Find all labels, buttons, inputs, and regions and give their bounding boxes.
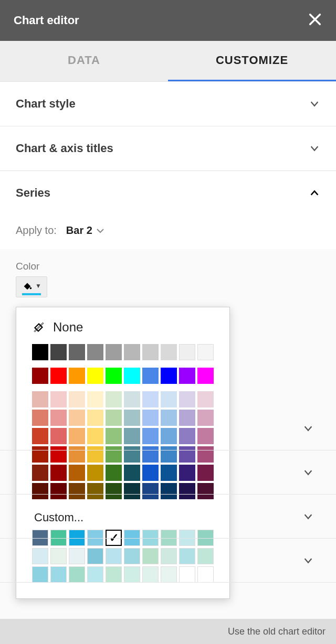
color-swatch[interactable] <box>87 368 103 384</box>
color-swatch[interactable] <box>50 391 67 407</box>
header-title: Chart editor <box>14 14 79 27</box>
section-collapsed[interactable] <box>0 450 336 495</box>
color-swatch[interactable] <box>142 344 159 360</box>
color-swatch[interactable] <box>142 368 159 384</box>
color-none-label: None <box>53 320 83 335</box>
color-swatch[interactable] <box>179 391 195 407</box>
apply-to-label: Apply to: <box>16 224 57 237</box>
color-label: Color <box>16 261 320 272</box>
grayscale-row <box>32 344 214 360</box>
chevron-down-icon <box>302 423 314 434</box>
old-editor-link[interactable]: Use the old chart editor <box>228 626 326 637</box>
paint-bucket-icon <box>22 280 33 292</box>
chevron-down-icon <box>309 98 320 110</box>
fill-color-button[interactable]: ▼ <box>16 276 47 297</box>
section-chart-style-label: Chart style <box>16 97 76 111</box>
tab-customize[interactable]: CUSTOMIZE <box>168 41 336 81</box>
color-swatch[interactable] <box>197 344 214 360</box>
tab-data[interactable]: DATA <box>0 41 168 81</box>
color-swatch[interactable] <box>124 368 140 384</box>
color-swatch[interactable] <box>50 344 67 360</box>
color-swatch[interactable] <box>161 368 177 384</box>
color-swatch[interactable] <box>197 368 214 384</box>
section-collapsed[interactable] <box>0 539 336 583</box>
tab-bar: DATA CUSTOMIZE <box>0 41 336 82</box>
footer: Use the old chart editor <box>0 619 336 644</box>
apply-to-dropdown[interactable]: Bar 2 <box>66 224 104 237</box>
color-swatch[interactable] <box>69 344 85 360</box>
color-swatch[interactable] <box>124 344 140 360</box>
color-swatch[interactable] <box>69 368 85 384</box>
chevron-down-icon <box>309 143 320 154</box>
color-swatch[interactable] <box>179 344 195 360</box>
color-swatch[interactable] <box>32 344 48 360</box>
section-collapsed[interactable] <box>0 495 336 539</box>
color-swatch[interactable] <box>106 391 122 407</box>
color-swatch[interactable] <box>50 368 67 384</box>
color-swatch[interactable] <box>87 391 103 407</box>
section-series: Series Apply to: Bar 2 <box>0 171 336 249</box>
color-swatch[interactable] <box>179 368 195 384</box>
chevron-down-icon <box>302 555 314 566</box>
no-color-icon <box>32 320 46 334</box>
color-swatch[interactable] <box>142 391 159 407</box>
section-series-header[interactable]: Series <box>0 171 336 215</box>
dropdown-caret-icon: ▼ <box>35 282 41 289</box>
section-chart-axis-titles-label: Chart & axis titles <box>16 142 113 155</box>
header: Chart editor <box>0 0 336 41</box>
section-series-label: Series <box>16 186 50 200</box>
section-chart-style[interactable]: Chart style <box>0 82 336 126</box>
chevron-down-icon <box>302 511 314 522</box>
color-swatch[interactable] <box>106 368 122 384</box>
dropdown-caret-icon <box>97 224 104 237</box>
bright-row <box>32 368 214 384</box>
shade-row <box>32 391 214 407</box>
color-swatch[interactable] <box>69 391 85 407</box>
color-swatch[interactable] <box>32 391 48 407</box>
color-swatch[interactable] <box>161 391 177 407</box>
color-swatch[interactable] <box>197 391 214 407</box>
section-collapsed[interactable] <box>0 406 336 450</box>
color-swatch[interactable] <box>106 344 122 360</box>
apply-to-value: Bar 2 <box>66 224 92 237</box>
chevron-down-icon <box>302 467 314 478</box>
svg-point-0 <box>30 287 32 289</box>
current-color-indicator <box>22 293 41 295</box>
color-swatch[interactable] <box>124 391 140 407</box>
color-swatch[interactable] <box>32 368 48 384</box>
color-swatch[interactable] <box>87 344 103 360</box>
chevron-up-icon <box>309 187 320 199</box>
color-swatch[interactable] <box>161 344 177 360</box>
close-icon[interactable] <box>308 12 322 29</box>
color-none-option[interactable]: None <box>32 320 214 335</box>
section-chart-axis-titles[interactable]: Chart & axis titles <box>0 126 336 171</box>
